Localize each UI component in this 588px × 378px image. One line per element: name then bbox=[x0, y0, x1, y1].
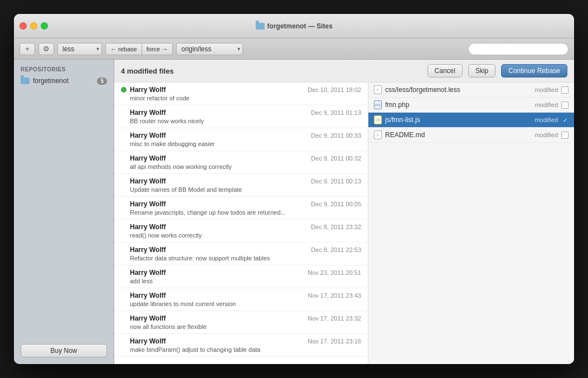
main-header: 4 modified files Cancel Skip Continue Re… bbox=[114, 60, 574, 83]
file-type-icon: ≡ bbox=[374, 85, 382, 94]
file-item[interactable]: ≡ README.md modified bbox=[368, 128, 574, 143]
file-name: README.md bbox=[385, 131, 531, 139]
commit-item[interactable]: Harry Wolff Nov 17, 2011 23:43 update li… bbox=[114, 288, 368, 311]
commit-message: Rename javascripts, change up how todos … bbox=[121, 209, 361, 216]
commit-message: now all functions are flexible bbox=[121, 323, 361, 330]
commit-date: Dec 9, 2011 01:13 bbox=[311, 109, 361, 116]
force-button[interactable]: force → bbox=[142, 43, 173, 55]
file-item[interactable]: ≡ css/less/forgetmenot.less modified bbox=[368, 83, 574, 98]
modified-files-title: 4 modified files bbox=[121, 67, 422, 75]
commit-message: make bindParam() adjust to changing tabl… bbox=[121, 346, 361, 353]
commit-item[interactable]: Harry Wolff Nov 23, 2011 20:51 add less bbox=[114, 265, 368, 288]
commit-item[interactable]: Harry Wolff Dec 9, 2011 00:32 all api me… bbox=[114, 151, 368, 174]
commit-date: Dec 9, 2011 00:33 bbox=[311, 132, 361, 139]
continue-rebase-button[interactable]: Continue Rebase bbox=[501, 64, 567, 77]
commit-author: Harry Wolff bbox=[130, 200, 166, 208]
commit-author: Harry Wolff bbox=[130, 337, 166, 345]
commit-date: Dec 10, 2011 18:02 bbox=[308, 86, 361, 93]
maximize-button[interactable] bbox=[41, 22, 48, 30]
commit-author: Harry Wolff bbox=[130, 132, 166, 139]
sidebar-buy-section: Buy Now bbox=[14, 337, 114, 364]
commit-message: misc to make debugging easier bbox=[121, 140, 361, 147]
commit-item[interactable]: Harry Wolff Nov 17, 2011 23:16 make bind… bbox=[114, 334, 368, 357]
commit-dot bbox=[121, 87, 127, 93]
commit-date: Nov 17, 2011 23:32 bbox=[308, 315, 361, 322]
commit-message: add less bbox=[121, 278, 361, 284]
sidebar-badge: 5 bbox=[97, 77, 107, 85]
branch-select-wrapper: less main bbox=[57, 43, 102, 55]
sidebar: REPOSITORIES forgetmenot 5 Buy Now bbox=[14, 60, 114, 364]
commit-message: BB router now works nicely bbox=[121, 118, 361, 124]
file-type-icon: ≡ bbox=[374, 130, 382, 139]
sidebar-item-forgetmenot[interactable]: forgetmenot 5 bbox=[14, 75, 114, 87]
commit-message: read() now works correctly bbox=[121, 232, 361, 239]
remote-select[interactable]: origin/less origin/main bbox=[176, 43, 243, 55]
file-status: modified bbox=[534, 86, 558, 93]
rebase-group: ← rebase force → bbox=[105, 43, 173, 55]
commit-message: update libraries to most current version bbox=[121, 301, 361, 307]
sidebar-section-title: REPOSITORIES bbox=[14, 64, 114, 75]
file-status: modified bbox=[534, 101, 558, 108]
commit-date: Dec 9, 2011 00:32 bbox=[311, 155, 361, 162]
toolbar: + ⚙ less main ← rebase force → origin/le… bbox=[14, 38, 574, 60]
commit-item[interactable]: Harry Wolff Dec 9, 2011 00:13 Update nam… bbox=[114, 174, 368, 197]
cancel-button[interactable]: Cancel bbox=[427, 64, 463, 77]
remote-select-wrapper: origin/less origin/main bbox=[176, 43, 243, 55]
commit-date: Nov 23, 2011 20:51 bbox=[308, 269, 361, 276]
commit-author: Harry Wolff bbox=[130, 109, 166, 117]
content-area: REPOSITORIES forgetmenot 5 Buy Now 4 mod… bbox=[14, 60, 574, 364]
commit-author: Harry Wolff bbox=[130, 269, 166, 277]
commit-item[interactable]: Harry Wolff Dec 9, 2011 00:33 misc to ma… bbox=[114, 128, 368, 151]
window-title: forgetmenot — Sites bbox=[255, 22, 332, 30]
main-window: forgetmenot — Sites + ⚙ less main ← reba… bbox=[14, 14, 574, 364]
commit-item[interactable]: Harry Wolff Dec 8, 2011 22:53 Refactor d… bbox=[114, 243, 368, 265]
commit-author: Harry Wolff bbox=[130, 246, 166, 254]
titlebar: forgetmenot — Sites bbox=[14, 14, 574, 38]
file-status: modified bbox=[534, 117, 558, 123]
file-checkbox[interactable]: ✓ bbox=[561, 117, 568, 124]
commits-list[interactable]: Harry Wolff Dec 10, 2011 18:02 minor ref… bbox=[114, 83, 368, 364]
file-status: modified bbox=[534, 132, 558, 138]
commit-message: all api methods now working correctly bbox=[121, 163, 361, 170]
commit-date: Dec 8, 2011 22:53 bbox=[311, 246, 361, 253]
file-checkbox[interactable] bbox=[561, 132, 568, 139]
buy-now-button[interactable]: Buy Now bbox=[21, 344, 107, 357]
minimize-button[interactable] bbox=[30, 22, 37, 30]
commit-author: Harry Wolff bbox=[130, 177, 166, 185]
commit-date: Nov 17, 2011 23:43 bbox=[308, 292, 361, 299]
commit-date: Dec 9, 2011 00:05 bbox=[311, 201, 361, 207]
file-name: js/fmn-list.js bbox=[385, 116, 531, 124]
commit-item[interactable]: Harry Wolff Nov 17, 2011 23:32 now all f… bbox=[114, 311, 368, 334]
file-type-icon: JS bbox=[374, 115, 382, 124]
skip-button[interactable]: Skip bbox=[468, 64, 495, 77]
commit-date: Dec 8, 2011 23:32 bbox=[311, 224, 361, 230]
file-name: css/less/forgetmenot.less bbox=[385, 86, 531, 94]
file-checkbox[interactable] bbox=[561, 101, 568, 109]
commit-item[interactable]: Harry Wolff Dec 10, 2011 18:02 minor ref… bbox=[114, 83, 368, 105]
commit-author: Harry Wolff bbox=[130, 292, 166, 299]
settings-button[interactable]: ⚙ bbox=[38, 43, 54, 55]
files-list: ≡ css/less/forgetmenot.less modified php… bbox=[368, 83, 574, 364]
commit-item[interactable]: Harry Wolff Dec 9, 2011 01:13 BB router … bbox=[114, 105, 368, 128]
file-checkbox[interactable] bbox=[561, 86, 568, 94]
rebase-left-button[interactable]: ← rebase bbox=[106, 43, 142, 55]
commit-date: Dec 9, 2011 00:13 bbox=[311, 178, 361, 185]
close-button[interactable] bbox=[20, 22, 27, 30]
file-type-icon: php bbox=[374, 100, 382, 109]
file-item[interactable]: php fmn.php modified bbox=[368, 98, 574, 113]
right-panel: ≡ css/less/forgetmenot.less modified php… bbox=[368, 83, 574, 364]
commit-item[interactable]: Harry Wolff Dec 8, 2011 23:32 read() now… bbox=[114, 220, 368, 243]
commit-item[interactable]: Harry Wolff Dec 9, 2011 00:05 Rename jav… bbox=[114, 197, 368, 220]
traffic-lights bbox=[20, 22, 48, 30]
commit-author: Harry Wolff bbox=[130, 154, 166, 162]
commit-date: Nov 17, 2011 23:16 bbox=[308, 338, 361, 345]
search-input[interactable] bbox=[468, 43, 568, 55]
file-item[interactable]: JS js/fmn-list.js modified ✓ bbox=[368, 113, 574, 128]
commit-author: Harry Wolff bbox=[130, 223, 166, 231]
commit-author: Harry Wolff bbox=[130, 86, 166, 94]
left-main: 4 modified files Cancel Skip Continue Re… bbox=[114, 60, 574, 364]
sidebar-item-label: forgetmenot bbox=[33, 77, 94, 85]
branch-select[interactable]: less main bbox=[57, 43, 102, 55]
add-button[interactable]: + bbox=[20, 43, 35, 55]
main-body: Harry Wolff Dec 10, 2011 18:02 minor ref… bbox=[114, 83, 574, 364]
